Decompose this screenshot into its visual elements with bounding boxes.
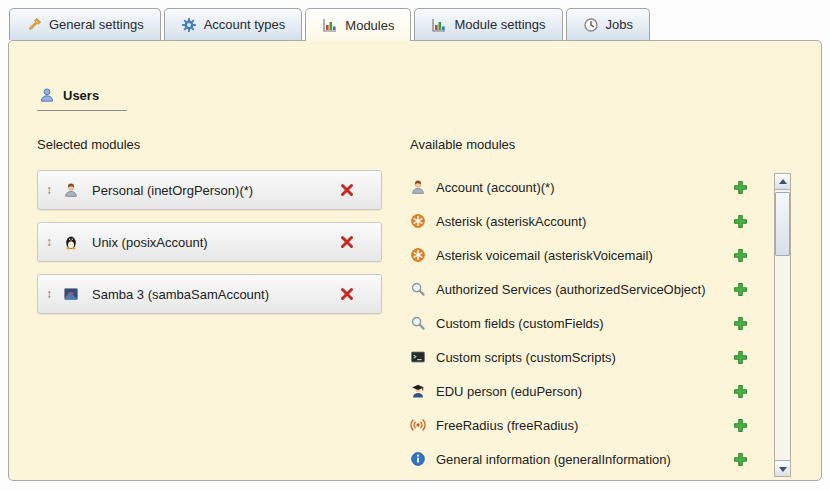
selected-module-row: ↕ Samba 3 (sambaSamAccount) (37, 274, 382, 314)
selected-modules-heading: Selected modules (37, 137, 410, 154)
available-module-label: Custom fields (customFields) (436, 316, 604, 331)
red-cross-icon (339, 234, 355, 250)
available-module-row: General information (generalInformation) (410, 442, 752, 476)
available-module-label: EDU person (eduPerson) (436, 384, 582, 399)
arrow-up-icon (779, 179, 787, 184)
green-plus-icon (733, 180, 748, 195)
person-icon (410, 179, 426, 195)
scrollbar-track[interactable] (774, 173, 791, 477)
available-module-row: EDU person (eduPerson) (410, 374, 752, 408)
asterisk-icon (410, 247, 426, 263)
antenna-icon (410, 417, 426, 433)
add-module-button[interactable] (733, 282, 748, 297)
green-plus-icon (733, 316, 748, 331)
green-plus-icon (733, 248, 748, 263)
available-module-label: General information (generalInformation) (436, 452, 671, 467)
available-module-row: Custom fields (customFields) (410, 306, 752, 340)
add-module-button[interactable] (733, 384, 748, 399)
available-module-row: Authorized Services (authorizedServiceOb… (410, 272, 752, 306)
scrollbar-thumb[interactable] (775, 192, 790, 256)
available-module-row: Asterisk voicemail (asteriskVoicemail) (410, 238, 752, 272)
green-plus-icon (733, 214, 748, 229)
add-module-button[interactable] (733, 418, 748, 433)
add-module-button[interactable] (733, 214, 748, 229)
available-module-row: FreeRadius (freeRadius) (410, 408, 752, 442)
green-plus-icon (733, 350, 748, 365)
green-plus-icon (733, 418, 748, 433)
wrench-icon (26, 17, 42, 33)
drag-handle-icon[interactable]: ↕ (46, 183, 52, 197)
tab-label: Account types (204, 17, 286, 32)
selected-module-label: Personal (inetOrgPerson)(*) (92, 183, 253, 198)
arrow-down-icon (779, 467, 787, 472)
available-modules-heading: Available modules (410, 137, 807, 154)
available-module-label: FreeRadius (freeRadius) (436, 418, 578, 433)
available-module-label: Asterisk (asteriskAccount) (436, 214, 586, 229)
remove-module-button[interactable] (339, 286, 368, 302)
account-type-section-title: Users (37, 87, 127, 111)
green-plus-icon (733, 452, 748, 467)
magnifier-icon (410, 315, 426, 331)
green-plus-icon (733, 384, 748, 399)
available-modules-column: Available modules Account (account)(*) A… (410, 137, 807, 476)
available-module-label: Account (account)(*) (436, 180, 555, 195)
scroll-down-button[interactable] (775, 460, 790, 476)
scroll-up-button[interactable] (775, 174, 790, 190)
add-module-button[interactable] (733, 248, 748, 263)
terminal-icon (410, 349, 426, 365)
modules-panel: Users Selected modules ↕ Personal (inetO… (8, 40, 822, 481)
selected-module-label: Samba 3 (sambaSamAccount) (92, 287, 269, 302)
tab-label: Module settings (454, 17, 545, 32)
tab-modules[interactable]: Modules (305, 8, 411, 41)
module-settings-chart-icon (431, 17, 447, 33)
remove-module-button[interactable] (339, 182, 368, 198)
available-module-label: Custom scripts (customScripts) (436, 350, 616, 365)
drag-handle-icon[interactable]: ↕ (46, 287, 52, 301)
tab-label: General settings (49, 17, 144, 32)
green-plus-icon (733, 282, 748, 297)
gear-icon (181, 17, 197, 33)
available-module-label: Asterisk voicemail (asteriskVoicemail) (436, 248, 653, 263)
tab-module-settings[interactable]: Module settings (414, 8, 562, 40)
person-icon (63, 182, 79, 198)
samba-icon (63, 286, 79, 302)
add-module-button[interactable] (733, 350, 748, 365)
add-module-button[interactable] (733, 180, 748, 195)
selected-module-label: Unix (posixAccount) (92, 235, 208, 250)
selected-module-row: ↕ Unix (posixAccount) (37, 222, 382, 262)
tab-jobs[interactable]: Jobs (566, 8, 650, 40)
available-module-label: Authorized Services (authorizedServiceOb… (436, 282, 706, 297)
tux-penguin-icon (63, 234, 79, 250)
drag-handle-icon[interactable]: ↕ (46, 235, 52, 249)
add-module-button[interactable] (733, 452, 748, 467)
tab-label: Modules (345, 18, 394, 33)
available-module-row: Account (account)(*) (410, 170, 752, 204)
tab-general-settings[interactable]: General settings (9, 8, 161, 40)
selected-module-row: ↕ Personal (inetOrgPerson)(*) (37, 170, 382, 210)
clock-icon (583, 17, 599, 33)
info-icon (410, 451, 426, 467)
magnifier-icon (410, 281, 426, 297)
remove-module-button[interactable] (339, 234, 368, 250)
modules-columns: Selected modules ↕ Personal (inetOrgPers… (31, 137, 807, 476)
modules-chart-icon (322, 17, 338, 33)
asterisk-icon (410, 213, 426, 229)
red-cross-icon (339, 182, 355, 198)
tab-account-types[interactable]: Account types (164, 8, 303, 40)
tab-label: Jobs (606, 17, 633, 32)
section-title-text: Users (63, 88, 99, 103)
tab-bar: General settings Account types Modules M… (9, 8, 650, 41)
selected-modules-column: Selected modules ↕ Personal (inetOrgPers… (37, 137, 410, 476)
available-module-row: Custom scripts (customScripts) (410, 340, 752, 374)
available-module-row: Asterisk (asteriskAccount) (410, 204, 752, 238)
graduate-icon (410, 383, 426, 399)
add-module-button[interactable] (733, 316, 748, 331)
red-cross-icon (339, 286, 355, 302)
user-icon (39, 87, 55, 103)
